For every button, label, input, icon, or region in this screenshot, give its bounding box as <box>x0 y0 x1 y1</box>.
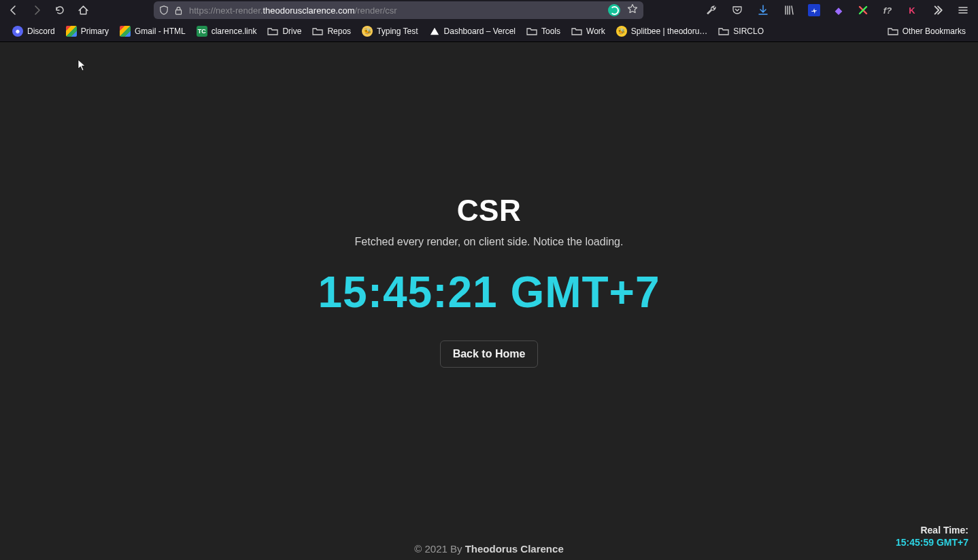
bookmark-label: Gmail - HTML <box>135 27 186 36</box>
bookmark-label: Dashboard – Vercel <box>444 27 516 36</box>
bookmark-work[interactable]: Work <box>567 23 609 39</box>
home-button[interactable] <box>76 3 90 17</box>
back-to-home-button[interactable]: Back to Home <box>440 340 539 368</box>
page-footer: © 2021 By Theodorus Clarence <box>0 543 978 555</box>
extension-purple-icon[interactable]: ◆ <box>832 4 845 16</box>
bookmark-drive[interactable]: Drive <box>263 23 305 39</box>
react-devtools-icon[interactable] <box>808 4 820 16</box>
bookmark-label: Repos <box>327 27 351 36</box>
bookmark-label: Tools <box>541 27 560 36</box>
mouse-cursor-icon <box>78 59 87 71</box>
bookmark-label: Drive <box>282 27 301 36</box>
url-bar[interactable]: https://next-render.theodorusclarence.co… <box>154 1 643 19</box>
bookmarks-bar: ☻ Discord Primary Gmail - HTML TC claren… <box>0 20 978 42</box>
bookmark-label: clarence.link <box>212 27 257 36</box>
gmail-icon <box>66 26 77 37</box>
downloads-icon[interactable] <box>756 3 770 17</box>
extension-k-icon[interactable]: K <box>906 4 918 16</box>
svg-rect-0 <box>175 10 181 15</box>
bookmark-repos[interactable]: Repos <box>308 23 355 39</box>
realtime-widget: Real Time: 15:45:59 GMT+7 <box>896 525 968 548</box>
bookmark-typing-test[interactable]: 🐝 Typing Test <box>358 23 422 39</box>
extension-f-icon[interactable]: f? <box>881 4 894 16</box>
bookmark-label: Other Bookmarks <box>903 27 966 36</box>
extension-cross-icon[interactable] <box>857 4 869 16</box>
folder-icon <box>888 26 898 37</box>
splitbee-icon: 🐝 <box>616 26 627 37</box>
browser-toolbar: https://next-render.theodorusclarence.co… <box>0 0 978 20</box>
bookmark-sirclo[interactable]: SIRCLO <box>714 23 768 39</box>
bookmark-tools[interactable]: Tools <box>522 23 564 39</box>
bookmark-discord[interactable]: ☻ Discord <box>8 23 59 39</box>
bookmark-label: Typing Test <box>377 27 418 36</box>
folder-icon <box>571 26 582 37</box>
url-text: https://next-render.theodorusclarence.co… <box>189 5 603 16</box>
shield-icon <box>159 5 169 15</box>
bookmark-label: SIRCLO <box>733 27 764 36</box>
grammarly-icon[interactable] <box>608 4 620 16</box>
realtime-value: 15:45:59 GMT+7 <box>896 537 968 548</box>
fetched-time: 15:45:21 GMT+7 <box>318 267 660 317</box>
bookmark-label: Primary <box>81 27 109 36</box>
other-bookmarks[interactable]: Other Bookmarks <box>883 23 970 39</box>
page-title: CSR <box>457 194 521 228</box>
tc-icon: TC <box>197 26 207 37</box>
bookmark-primary[interactable]: Primary <box>62 23 113 39</box>
menu-icon[interactable] <box>956 3 970 17</box>
reload-button[interactable] <box>53 3 67 17</box>
overflow-icon[interactable] <box>930 3 944 17</box>
bookmark-gmail-html[interactable]: Gmail - HTML <box>116 23 190 39</box>
bookmark-star-icon[interactable] <box>627 3 638 17</box>
bookmark-splitbee[interactable]: 🐝 Splitbee | theodoru… <box>612 23 712 39</box>
back-button[interactable] <box>7 3 20 17</box>
bookmark-clarence-link[interactable]: TC clarence.link <box>192 23 261 39</box>
forward-button[interactable] <box>30 3 44 17</box>
typing-icon: 🐝 <box>362 26 373 37</box>
footer-author[interactable]: Theodorus Clarence <box>465 543 564 555</box>
gmail-icon <box>120 26 131 37</box>
realtime-label: Real Time: <box>896 525 968 536</box>
vercel-icon <box>429 26 440 37</box>
page-subtitle: Fetched every render, on client side. No… <box>355 236 624 248</box>
bookmark-label: Splitbee | theodoru… <box>631 27 708 36</box>
bookmark-label: Discord <box>27 27 55 36</box>
footer-prefix: © 2021 By <box>414 543 465 555</box>
folder-icon <box>312 26 323 37</box>
wrench-icon[interactable] <box>705 3 718 17</box>
library-icon[interactable] <box>782 3 796 17</box>
lock-icon <box>174 5 184 15</box>
bookmark-label: Work <box>586 27 605 36</box>
bookmark-vercel[interactable]: Dashboard – Vercel <box>425 23 520 39</box>
page-content: CSR Fetched every render, on client side… <box>0 42 978 560</box>
toolbar-extensions: ◆ f? K <box>705 3 970 17</box>
discord-icon: ☻ <box>12 26 23 37</box>
folder-icon <box>718 26 729 37</box>
folder-icon <box>526 26 537 37</box>
pocket-icon[interactable] <box>730 3 744 17</box>
folder-icon <box>267 26 278 37</box>
